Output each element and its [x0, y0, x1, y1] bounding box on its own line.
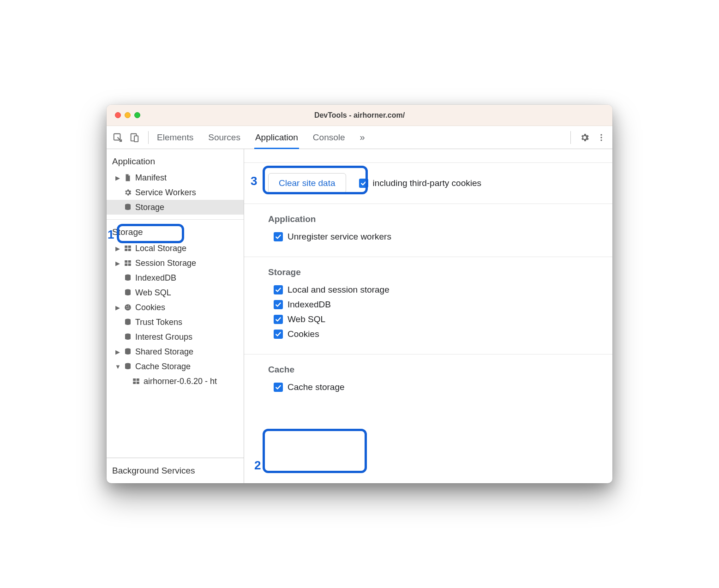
sidebar-group-application: Application ▶ Manifest Serv — [107, 149, 244, 220]
file-icon — [123, 173, 132, 182]
opt-label: Unregister service workers — [288, 232, 391, 242]
main-top-spacer — [244, 149, 612, 163]
expand-arrow-icon[interactable]: ▶ — [115, 304, 120, 311]
sidebar-item-web-sql[interactable]: Web SQL — [107, 285, 244, 300]
database-icon — [123, 203, 132, 212]
svg-rect-27 — [137, 378, 139, 381]
inspect-element-icon[interactable] — [109, 129, 126, 146]
database-icon — [123, 332, 132, 342]
sidebar-item-trust-tokens[interactable]: Trust Tokens — [107, 315, 244, 330]
sidebar-item-cookies[interactable]: ▶ Cookies — [107, 300, 244, 315]
table-icon — [123, 244, 132, 253]
database-icon — [123, 288, 132, 297]
svg-point-4 — [600, 137, 602, 138]
panel-tabs: Elements Sources Application Console » — [156, 126, 366, 149]
svg-rect-12 — [128, 260, 131, 263]
table-icon — [123, 258, 132, 268]
checkbox-unregister-sw[interactable] — [274, 232, 283, 241]
svg-rect-7 — [125, 246, 127, 248]
database-icon — [123, 362, 132, 371]
svg-rect-8 — [128, 246, 131, 248]
svg-point-20 — [128, 307, 129, 308]
svg-rect-2 — [134, 136, 138, 142]
svg-point-3 — [600, 134, 602, 135]
third-party-label: including third-party cookies — [373, 178, 482, 188]
traffic-lights — [107, 112, 140, 118]
devtools-toolbar: Elements Sources Application Console » — [107, 126, 612, 149]
window-title: DevTools - airhorner.com/ — [107, 111, 612, 120]
zoom-window-button[interactable] — [134, 112, 140, 118]
checkbox-third-party-cookies[interactable] — [359, 179, 368, 188]
checkbox-web-sql[interactable] — [274, 315, 283, 324]
tab-sources[interactable]: Sources — [207, 126, 241, 149]
main-panel: Clear site data including third-party co… — [244, 149, 612, 483]
sidebar-item-storage[interactable]: Storage — [107, 200, 244, 215]
checkbox-indexeddb[interactable] — [274, 300, 283, 309]
sidebar: Application ▶ Manifest Serv — [107, 149, 244, 483]
sidebar-group-title: Storage — [107, 225, 244, 241]
sidebar-item-indexeddb[interactable]: IndexedDB — [107, 270, 244, 285]
section-title: Application — [268, 214, 588, 224]
expand-arrow-icon[interactable]: ▶ — [115, 348, 120, 355]
svg-rect-9 — [125, 249, 127, 251]
opt-label: Cache storage — [288, 382, 345, 392]
minimize-window-button[interactable] — [125, 112, 131, 118]
cache-section: Cache Cache storage — [244, 354, 612, 407]
svg-point-18 — [126, 306, 127, 307]
more-menu-icon[interactable] — [593, 129, 610, 146]
sidebar-item-manifest[interactable]: ▶ Manifest — [107, 170, 244, 185]
svg-point-17 — [125, 304, 131, 311]
sidebar-item-shared-storage[interactable]: ▶ Shared Storage — [107, 344, 244, 359]
gear-icon — [123, 188, 132, 197]
sidebar-item-session-storage[interactable]: ▶ Session Storage — [107, 256, 244, 270]
opt-label: IndexedDB — [288, 300, 331, 310]
expand-arrow-icon[interactable]: ▶ — [115, 174, 120, 181]
tab-elements[interactable]: Elements — [156, 126, 194, 149]
close-window-button[interactable] — [115, 112, 121, 118]
cookie-icon — [123, 303, 132, 312]
tab-console[interactable]: Console — [312, 126, 346, 149]
database-icon — [123, 347, 132, 356]
storage-section: Storage Local and session storage Indexe… — [244, 257, 612, 354]
svg-point-5 — [600, 139, 602, 141]
checkbox-cookies[interactable] — [274, 330, 283, 339]
svg-rect-28 — [133, 382, 136, 384]
sidebar-group-background-services[interactable]: Background Services — [107, 458, 244, 483]
table-icon — [132, 377, 141, 386]
clear-site-data-section: Clear site data including third-party co… — [244, 163, 612, 204]
tab-application[interactable]: Application — [254, 126, 299, 149]
devtools-body: Application ▶ Manifest Serv — [107, 149, 612, 483]
sidebar-item-interest-groups[interactable]: Interest Groups — [107, 330, 244, 344]
checkbox-cache-storage[interactable] — [274, 383, 283, 392]
database-icon — [123, 273, 132, 282]
clear-site-data-button[interactable]: Clear site data — [268, 173, 346, 193]
sidebar-item-cache-entry[interactable]: airhorner-0.6.20 - ht — [107, 374, 244, 389]
device-toggle-icon[interactable] — [126, 129, 143, 146]
svg-rect-10 — [128, 249, 131, 251]
svg-rect-14 — [128, 264, 131, 266]
sidebar-group-title: Application — [107, 155, 244, 170]
sidebar-item-local-storage[interactable]: ▶ Local Storage — [107, 241, 244, 256]
opt-label: Local and session storage — [288, 285, 389, 295]
tabs-overflow-icon[interactable]: » — [359, 126, 366, 149]
sidebar-item-service-workers[interactable]: Service Workers — [107, 185, 244, 200]
svg-point-21 — [127, 308, 128, 309]
collapse-arrow-icon[interactable]: ▼ — [115, 363, 120, 370]
database-icon — [123, 318, 132, 327]
expand-arrow-icon[interactable]: ▶ — [115, 245, 120, 252]
window-titlebar: DevTools - airhorner.com/ — [107, 105, 612, 126]
section-title: Cache — [268, 365, 588, 375]
svg-rect-26 — [133, 378, 136, 381]
svg-rect-13 — [125, 264, 127, 266]
settings-gear-icon[interactable] — [576, 129, 593, 146]
svg-point-19 — [128, 306, 129, 306]
svg-rect-11 — [125, 260, 127, 263]
toolbar-separator — [570, 131, 571, 144]
sidebar-item-cache-storage[interactable]: ▼ Cache Storage — [107, 359, 244, 374]
svg-rect-29 — [137, 382, 139, 384]
checkbox-local-session[interactable] — [274, 285, 283, 294]
sidebar-group-storage: Storage ▶ Local Storage ▶ Se — [107, 220, 244, 458]
toolbar-separator — [148, 131, 149, 144]
expand-arrow-icon[interactable]: ▶ — [115, 260, 120, 267]
opt-label: Cookies — [288, 329, 319, 339]
